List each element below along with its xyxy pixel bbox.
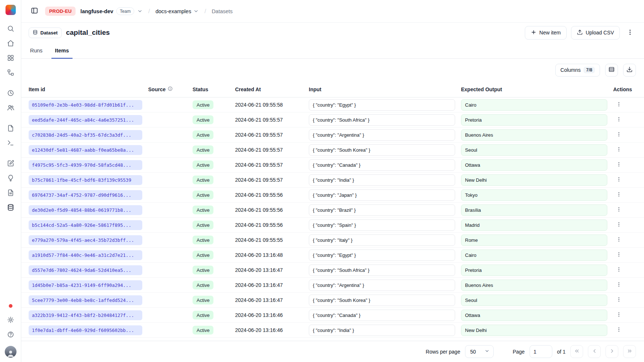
tab-runs[interactable]: Runs xyxy=(29,48,43,58)
row-actions-button[interactable] xyxy=(613,325,624,336)
row-actions-button[interactable] xyxy=(613,129,624,140)
item-id-link[interactable]: e12430df-5e81-4687-aabb-f0ea65be8a... xyxy=(29,145,142,155)
column-header-status[interactable]: Status xyxy=(193,86,229,92)
dots-vertical-icon xyxy=(616,101,622,108)
item-id-link[interactable]: eed5dafe-244f-465c-a84c-4a6e357251... xyxy=(29,115,142,125)
expected-output-cell: Ottawa xyxy=(461,310,607,321)
item-id-link[interactable]: c702838d-24d5-40a2-bf35-67dc3a3df... xyxy=(29,130,142,140)
item-id-link[interactable]: a322b319-9412-4f43-b8f2-b20484127f... xyxy=(29,310,142,320)
table-row: d557e7d6-7802-4624-9da6-52d410ea5... Act… xyxy=(21,263,644,278)
sidebar-toggle-button[interactable] xyxy=(29,5,40,17)
sidebar-item-tracing[interactable] xyxy=(4,66,18,80)
sidebar-item-sessions[interactable] xyxy=(4,86,18,100)
input-cell: { "country": "India" } xyxy=(309,325,455,336)
item-id-link[interactable]: 5cee7779-3e00-4eb8-be8c-1affedd524... xyxy=(29,295,142,305)
column-header-item-id[interactable]: Item id xyxy=(29,86,142,92)
user-avatar[interactable] xyxy=(5,346,17,358)
row-actions-button[interactable] xyxy=(613,114,624,125)
expected-output-cell: Tokyo xyxy=(461,189,607,201)
sidebar-item-evaluation[interactable] xyxy=(4,157,18,171)
table-body: 05109ef0-2e3b-4e03-98dd-8f7d01b61f... Ac… xyxy=(21,97,644,341)
item-id-link[interactable]: 69764737-34af-4752-9787-d90df9616... xyxy=(29,190,142,200)
input-value: { "country": "Spain" } xyxy=(309,219,455,231)
sidebar-item-home[interactable] xyxy=(4,37,18,51)
first-page-button[interactable] xyxy=(570,345,583,358)
status-badge: Active xyxy=(193,221,213,229)
langfuse-logo[interactable] xyxy=(6,5,16,15)
sidebar-item-documentation[interactable] xyxy=(4,186,18,200)
rows-per-page-label: Rows per page xyxy=(426,349,460,355)
item-id-link[interactable]: b5c144cd-52a5-4a80-926e-58617f895... xyxy=(29,220,142,230)
project-switcher[interactable]: docs-examples xyxy=(155,8,199,14)
workflow-icon xyxy=(7,69,14,77)
item-id-link[interactable]: 1f0e7da1-dbff-4e60-929d-f6095602bb... xyxy=(29,325,142,335)
column-header-expected-output[interactable]: Expected Output xyxy=(461,86,607,92)
expected-output-cell: Rome xyxy=(461,234,607,246)
item-id-link[interactable]: 05109ef0-2e3b-4e03-98dd-8f7d01b61f... xyxy=(29,100,142,110)
info-icon[interactable] xyxy=(168,86,173,92)
row-actions-button[interactable] xyxy=(613,204,624,215)
column-header-source[interactable]: Source xyxy=(148,86,187,92)
sidebar-item-settings[interactable] xyxy=(4,313,18,327)
item-id-link[interactable]: e779a270-579a-4f45-aec4-35b72d3bff... xyxy=(29,235,142,245)
sidebar-item-prompts[interactable] xyxy=(4,122,18,136)
next-page-button[interactable] xyxy=(605,345,618,358)
row-actions-button[interactable] xyxy=(613,265,624,276)
columns-button[interactable]: Columns 7/8 xyxy=(555,64,600,77)
actions-cell xyxy=(613,189,637,200)
sidebar-item-search[interactable] xyxy=(4,22,18,36)
row-actions-button[interactable] xyxy=(613,310,624,321)
row-actions-button[interactable] xyxy=(613,295,624,306)
input-cell: { "country": "Italy" } xyxy=(309,234,455,246)
upload-csv-button[interactable]: Upload CSV xyxy=(571,26,620,40)
page-header: Dataset capital_cities New item Upload C… xyxy=(21,23,644,43)
status-badge: Active xyxy=(193,115,213,124)
item-id-link[interactable]: f4975c95-5fc3-4939-970d-58fa5cd48... xyxy=(29,160,142,170)
previous-page-button[interactable] xyxy=(588,345,601,358)
actions-cell xyxy=(613,265,637,276)
column-header-input[interactable]: Input xyxy=(309,86,455,92)
row-actions-button[interactable] xyxy=(613,144,624,155)
expected-output-cell: Pretoria xyxy=(461,265,607,276)
row-actions-button[interactable] xyxy=(613,174,624,185)
sidebar-item-users[interactable] xyxy=(4,101,18,115)
sidebar-item-annotation[interactable] xyxy=(4,171,18,185)
columns-count-badge: 7/8 xyxy=(583,67,595,73)
input-cell: { "country": "South Korea" } xyxy=(309,295,455,306)
row-actions-button[interactable] xyxy=(613,234,624,245)
item-id-link[interactable]: d557e7d6-7802-4624-9da6-52d410ea5... xyxy=(29,265,142,275)
row-actions-button[interactable] xyxy=(613,219,624,230)
row-actions-button[interactable] xyxy=(613,250,624,261)
dots-vertical-icon xyxy=(616,116,622,123)
dots-vertical-icon xyxy=(616,281,622,289)
sidebar-item-playground[interactable] xyxy=(4,136,18,150)
breadcrumb-current-page[interactable]: Datasets xyxy=(212,8,233,14)
row-actions-button[interactable] xyxy=(613,280,624,291)
row-actions-button[interactable] xyxy=(613,159,624,170)
export-button[interactable] xyxy=(623,64,636,77)
tab-items[interactable]: Items xyxy=(54,48,70,58)
expected-output-cell: Seoul xyxy=(461,295,607,306)
last-page-button[interactable] xyxy=(623,345,636,358)
org-switcher[interactable]: langfuse-dev Team xyxy=(80,7,143,15)
item-id-link[interactable]: b75c7861-1fbe-45cf-bdf6-83f139c95539 xyxy=(29,175,142,185)
page-number-input[interactable] xyxy=(530,345,552,358)
sidebar-item-dashboards[interactable] xyxy=(4,51,18,65)
row-actions-button[interactable] xyxy=(613,99,624,110)
item-id-link[interactable]: de30d2e0-f5d9-4854-88b6-0619771b8... xyxy=(29,205,142,215)
new-item-button[interactable]: New item xyxy=(525,26,567,40)
sidebar-item-support[interactable] xyxy=(4,328,18,342)
rows-per-page-select[interactable]: 50 xyxy=(465,345,494,358)
item-id-link[interactable]: a1910d57-7f84-440c-9e46-a31c2d7e21... xyxy=(29,250,142,260)
sidebar-item-datasets[interactable] xyxy=(4,201,18,215)
item-id-link[interactable]: 1d45b0e7-b85a-4231-9149-6ff90a294... xyxy=(29,280,142,290)
status-dot-icon[interactable] xyxy=(9,304,12,308)
column-header-created-at[interactable]: Created At xyxy=(235,86,303,92)
created-at-cell: 2024-06-21 09:55:55 xyxy=(235,237,303,243)
users-icon xyxy=(7,104,14,112)
created-at-cell: 2024-06-20 13:16:47 xyxy=(235,267,303,273)
row-actions-button[interactable] xyxy=(613,189,624,200)
columns-label: Columns xyxy=(560,67,581,73)
row-height-button[interactable] xyxy=(605,64,618,77)
page-more-actions-button[interactable] xyxy=(624,27,636,38)
